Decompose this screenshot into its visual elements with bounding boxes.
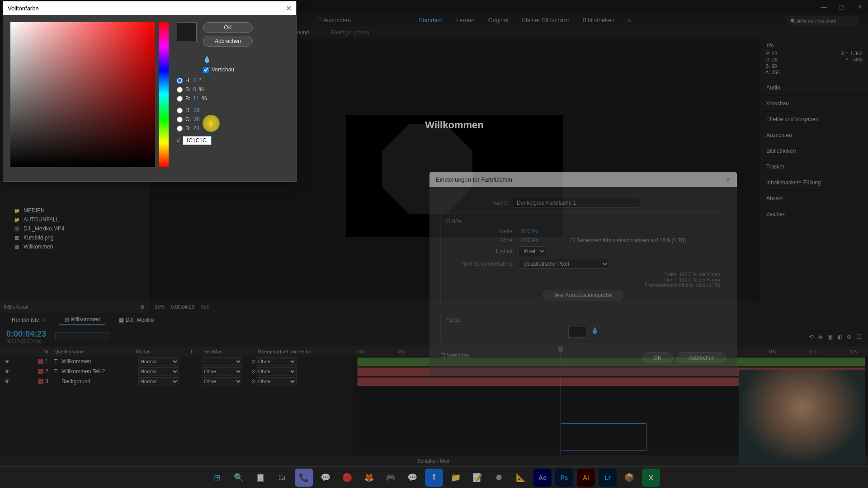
dialog-title: Volltonfarbe: [8, 5, 39, 12]
eyedropper-icon[interactable]: 💧: [591, 327, 599, 338]
info-text: Höhe: 100,0 % der Komp: [446, 277, 720, 282]
hue-slider[interactable]: [159, 22, 169, 167]
name-input[interactable]: [513, 198, 639, 208]
eyedropper-icon[interactable]: 💧: [203, 56, 253, 63]
unit-select[interactable]: Pixel: [519, 246, 546, 256]
close-icon[interactable]: ✕: [286, 4, 292, 13]
width-value[interactable]: 1920 Px: [519, 228, 538, 235]
blue-radio[interactable]: [177, 126, 183, 131]
preview-label: Vorschau: [212, 66, 234, 73]
info-text: Breite: 100,0 % der Komp: [446, 272, 720, 277]
ok-button[interactable]: OK: [203, 22, 253, 33]
ok-button[interactable]: OK: [642, 352, 673, 363]
info-text: Frameseitenverhältnis: 16:9 (1,78): [446, 282, 720, 288]
color-marker[interactable]: [11, 144, 17, 150]
width-label: Breite:: [446, 228, 514, 235]
height-value[interactable]: 1080 Px: [519, 237, 538, 244]
color-preview: [177, 22, 197, 42]
name-label: Name:: [440, 200, 508, 206]
comp-size-button[interactable]: Wie Kompositionsgröße: [543, 290, 623, 300]
hue-value[interactable]: 0: [193, 77, 197, 84]
color-picker-dialog: Volltonfarbe✕ OK Abbrechen 💧 Vorschau H:…: [3, 1, 297, 182]
size-group-title: Größe: [446, 218, 720, 225]
par-select[interactable]: Quadratische Pixel: [519, 259, 609, 269]
preview-check[interactable]: Vorschau: [447, 352, 469, 359]
red-value[interactable]: 28: [193, 107, 199, 113]
bright-value[interactable]: 11: [193, 95, 199, 102]
color-swatch[interactable]: [568, 327, 586, 338]
color-group-title: Farbe: [446, 317, 720, 323]
bright-radio[interactable]: [177, 96, 183, 102]
blue-value[interactable]: 28: [193, 125, 199, 131]
hash-label: #: [177, 137, 180, 144]
hue-radio[interactable]: [177, 78, 183, 84]
hex-input[interactable]: [183, 136, 212, 145]
par-label: Pixel-Seitenverhältnis:: [446, 261, 514, 267]
color-field[interactable]: [10, 22, 155, 167]
sat-value[interactable]: 0: [193, 86, 196, 93]
cancel-button[interactable]: Abbrechen: [677, 352, 726, 363]
close-icon[interactable]: ✕: [726, 176, 731, 183]
unit-label: Einheit:: [446, 248, 514, 254]
green-value[interactable]: 28: [194, 116, 200, 122]
sat-radio[interactable]: [177, 87, 183, 93]
preview-checkbox[interactable]: [203, 67, 209, 73]
dialog-title: Einstellungen für Farbflächen: [436, 176, 512, 183]
red-radio[interactable]: [177, 108, 183, 113]
height-label: Höhe:: [446, 237, 514, 244]
solid-settings-dialog: Einstellungen für Farbflächen✕ Name: Grö…: [429, 172, 737, 376]
lock-aspect-label[interactable]: Seitenverhältnis einschränken auf 16:9 (…: [576, 237, 685, 244]
cancel-button[interactable]: Abbrechen: [203, 36, 253, 47]
green-radio[interactable]: [177, 117, 183, 122]
